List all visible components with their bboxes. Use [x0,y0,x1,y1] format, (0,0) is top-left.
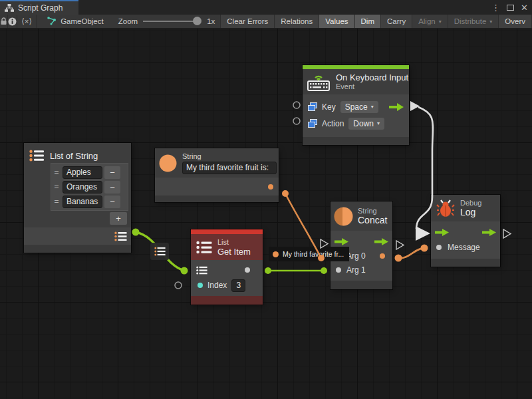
arg1-label: Arg 1 [346,265,366,275]
tab-script-graph[interactable]: Script Graph [0,0,78,15]
carry-button[interactable]: Carry [381,15,412,28]
remove-item-button[interactable]: − [104,166,120,179]
list-item-input[interactable] [63,166,102,179]
values-button[interactable]: Values [319,15,354,28]
drag-handle-icon[interactable]: = [53,197,61,206]
add-item-button[interactable]: + [110,212,127,225]
info-button[interactable] [8,15,17,28]
node-on-keyboard-input[interactable]: On Keyboard Input Event Key Space▾ [303,65,409,145]
index-input-port[interactable] [198,283,203,288]
keyboard-icon [307,72,331,91]
zoom-label: Zoom [113,15,143,28]
node-subtitle: Event [336,82,408,91]
drag-handle-icon[interactable]: = [53,168,61,177]
clear-errors-button[interactable]: Clear Errors [220,15,275,28]
list-item-input[interactable] [63,181,102,194]
caret-down-icon: ▾ [371,104,374,110]
string-icon [159,154,177,172]
string-output-port[interactable] [268,184,273,190]
gameobject-target[interactable]: GameObject [42,15,109,28]
index-label: Index [207,281,227,290]
object-variable-icon [308,102,317,111]
script-machine-icon [47,17,57,26]
node-title: On Keyboard Input [336,72,408,82]
node-title: String [182,152,277,161]
list-item-input[interactable] [63,196,102,208]
list-output-port-icon[interactable] [114,231,127,241]
drag-handle-icon[interactable]: = [53,182,61,192]
action-dropdown[interactable]: Down▾ [348,118,384,130]
info-icon [8,17,17,26]
list-input-port-icon[interactable] [196,266,207,275]
string-value-dot [273,251,279,257]
overview-button[interactable]: Overv [499,15,532,28]
key-dropdown[interactable]: Space▾ [340,101,378,113]
arg1-input-port[interactable] [336,267,341,273]
arg0-label: Arg 0 [346,251,366,261]
relations-button[interactable]: Relations [275,15,319,28]
node-string-literal[interactable]: String [155,148,279,202]
message-label: Message [448,243,480,252]
caret-down-icon: ▾ [377,120,380,126]
flow-input-arrow[interactable] [435,229,449,236]
graph-hierarchy-icon [5,4,14,12]
dim-button[interactable]: Dim [355,15,381,28]
index-value-input[interactable] [231,279,245,292]
caret-down-icon: ▾ [489,19,492,25]
object-variable-icon [308,119,317,128]
trigger-output-arrow[interactable] [389,103,404,111]
edit-code-button[interactable]: ⟨×⟩ [17,15,37,28]
node-concat[interactable]: String Concat Arg 0 Arg 1 [331,201,392,289]
title-bar: Script Graph ⋮ ✕ [0,0,532,15]
zoom-slider[interactable] [143,21,200,22]
result-output-port[interactable] [380,253,385,259]
action-port-label: Action [322,119,344,128]
remove-item-button[interactable]: − [104,196,120,208]
code-icon: ⟨×⟩ [21,17,32,26]
distribute-button[interactable]: Distribute▾ [448,15,499,28]
list-icon [29,150,44,162]
node-title: Get Item [217,247,251,257]
wire-list-badge [150,243,169,260]
graph-canvas[interactable]: On Keyboard Input Event Key Space▾ [0,29,532,399]
zoom-value: 1x [200,15,220,28]
tooltip-text: My third favorite fr... [283,250,344,258]
value-tooltip: My third favorite fr... [269,247,349,261]
align-button[interactable]: Align▾ [412,15,448,28]
key-port-label: Key [322,102,336,112]
list-icon [196,241,212,254]
item-output-port[interactable] [245,267,250,273]
remove-item-button[interactable]: − [104,181,120,194]
node-category: List [217,238,251,247]
list-icon [154,247,166,256]
node-list-of-string[interactable]: List of String = − = − = − [24,143,131,253]
node-title: Concat [358,215,387,225]
bug-icon [436,199,455,217]
message-input-port[interactable] [436,245,442,250]
node-title: List of String [50,151,98,161]
node-title: Log [460,207,481,217]
concat-icon [334,207,353,226]
flow-output-arrow[interactable] [482,229,496,236]
string-value-input[interactable] [182,162,277,174]
lock-icon [0,17,7,25]
lock-button[interactable] [0,15,8,28]
close-icon[interactable]: ✕ [521,3,528,13]
error-strip [191,229,263,234]
flow-output-arrow[interactable] [374,238,388,245]
caret-down-icon: ▾ [439,19,442,25]
maximize-icon[interactable] [507,5,514,11]
window-menu-icon[interactable]: ⋮ [491,3,500,13]
gameobject-label: GameObject [61,17,104,25]
flow-input-arrow[interactable] [334,238,348,245]
node-get-item[interactable]: List Get Item Index [191,229,263,305]
tab-title: Script Graph [18,3,63,13]
node-debug-log[interactable]: Debug Log Message [431,195,500,267]
graph-toolbar: ⟨×⟩ GameObject Zoom 1x Clear Errors Rela… [0,15,532,29]
